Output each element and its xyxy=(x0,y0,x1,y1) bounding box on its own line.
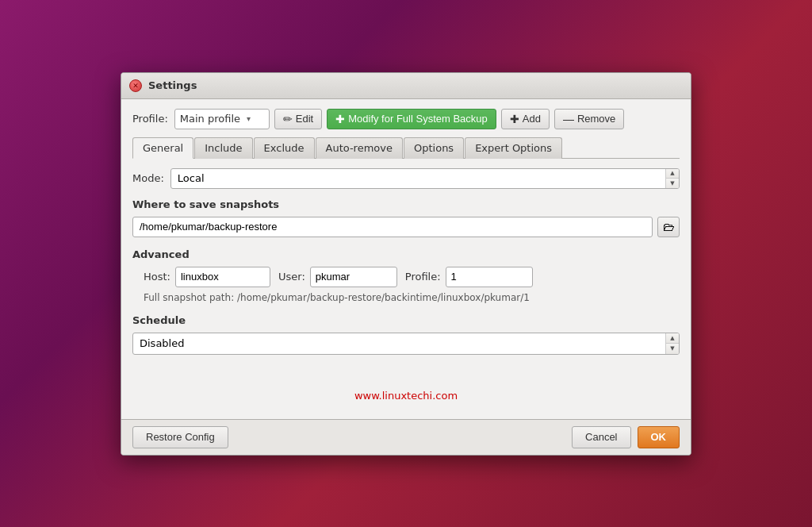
tab-options[interactable]: Options xyxy=(404,137,464,159)
restore-config-button[interactable]: Restore Config xyxy=(132,426,228,448)
add-label: Add xyxy=(523,113,541,125)
profile-value: Main profile xyxy=(180,113,240,125)
where-to-save-header: Where to save snapshots xyxy=(132,198,680,210)
settings-dialog: Settings Profile: Main profile ▾ ✏ Edit … xyxy=(121,72,691,456)
dialog-footer: Restore Config Cancel OK xyxy=(121,419,691,455)
mode-up-arrow[interactable]: ▲ xyxy=(666,168,679,179)
tab-bar: General Include Exclude Auto-remove Opti… xyxy=(132,137,680,159)
mode-row: Mode: Local ▲ ▼ xyxy=(132,168,680,189)
close-button[interactable] xyxy=(129,79,142,92)
dialog-title: Settings xyxy=(148,79,197,91)
advanced-section: Advanced Host: User: Profile: Full snaps… xyxy=(132,248,680,303)
folder-browse-button[interactable]: 🗁 xyxy=(657,217,680,237)
modify-label: Modify for Full System Backup xyxy=(348,113,488,125)
schedule-value: Disabled xyxy=(133,336,665,351)
user-group: User: xyxy=(278,267,397,287)
profile-field-input[interactable] xyxy=(446,267,533,287)
full-snapshot-path: Full snapshot path: /home/pkumar/backup-… xyxy=(132,292,680,303)
mode-arrows: ▲ ▼ xyxy=(665,168,679,189)
modify-button[interactable]: ✚ Modify for Full System Backup xyxy=(327,109,496,129)
folder-icon: 🗁 xyxy=(663,220,675,233)
profile-row: Profile: Main profile ▾ ✏ Edit ✚ Modify … xyxy=(132,109,680,129)
advanced-fields-row: Host: User: Profile: xyxy=(132,267,680,287)
profile-field-group: Profile: xyxy=(405,267,533,287)
footer-left: Restore Config xyxy=(132,426,228,448)
profile-dropdown-arrow: ▾ xyxy=(247,114,251,123)
remove-icon: — xyxy=(563,113,574,125)
schedule-header: Schedule xyxy=(132,314,680,326)
cancel-button[interactable]: Cancel xyxy=(572,426,630,448)
snapshot-path-input[interactable] xyxy=(132,217,653,237)
mode-label: Mode: xyxy=(132,172,164,184)
snapshot-section: Where to save snapshots 🗁 xyxy=(132,198,680,237)
user-input[interactable] xyxy=(310,267,397,287)
profile-field-label: Profile: xyxy=(405,271,441,283)
user-label: User: xyxy=(278,271,305,283)
profile-dropdown[interactable]: Main profile ▾ xyxy=(174,109,270,129)
host-label: Host: xyxy=(144,271,170,283)
modify-icon: ✚ xyxy=(335,113,345,125)
host-input[interactable] xyxy=(175,267,270,287)
tab-expert-options[interactable]: Expert Options xyxy=(465,137,562,159)
profile-label: Profile: xyxy=(132,113,168,125)
mode-value: Local xyxy=(171,171,665,186)
tab-auto-remove[interactable]: Auto-remove xyxy=(316,137,403,159)
schedule-spinbox[interactable]: Disabled ▲ ▼ xyxy=(132,333,680,355)
schedule-arrows: ▲ ▼ xyxy=(665,333,679,354)
schedule-up-arrow[interactable]: ▲ xyxy=(666,333,679,344)
advanced-header: Advanced xyxy=(132,248,680,260)
edit-icon: ✏ xyxy=(283,113,293,125)
schedule-section: Schedule Disabled ▲ ▼ xyxy=(132,314,680,355)
remove-label: Remove xyxy=(577,113,615,125)
edit-button[interactable]: ✏ Edit xyxy=(274,109,322,129)
dialog-body: Profile: Main profile ▾ ✏ Edit ✚ Modify … xyxy=(121,99,691,419)
edit-label: Edit xyxy=(296,113,313,125)
footer-right: Cancel OK xyxy=(572,426,680,448)
add-button[interactable]: ✚ Add xyxy=(501,109,550,129)
watermark: www.linuxtechi.com xyxy=(132,366,680,410)
host-group: Host: xyxy=(144,267,270,287)
remove-button[interactable]: — Remove xyxy=(554,109,624,129)
tab-include[interactable]: Include xyxy=(194,137,252,159)
schedule-down-arrow[interactable]: ▼ xyxy=(666,344,679,354)
tab-exclude[interactable]: Exclude xyxy=(254,137,315,159)
mode-spinbox[interactable]: Local ▲ ▼ xyxy=(170,168,680,189)
mode-down-arrow[interactable]: ▼ xyxy=(666,179,679,189)
titlebar: Settings xyxy=(121,73,691,99)
snapshot-path-row: 🗁 xyxy=(132,217,680,237)
ok-button[interactable]: OK xyxy=(638,426,680,448)
tab-general[interactable]: General xyxy=(132,137,193,159)
add-icon: ✚ xyxy=(510,113,519,125)
